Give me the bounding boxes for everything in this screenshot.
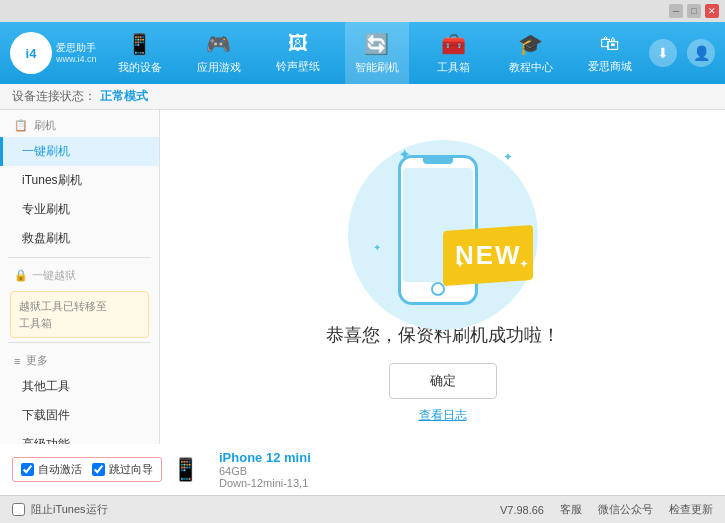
lock-icon: 🔒: [14, 269, 28, 282]
detail-link[interactable]: 查看日志: [419, 407, 467, 424]
check-update-link[interactable]: 检查更新: [669, 502, 713, 517]
sidebar-notice: 越狱工具已转移至 工具箱: [10, 291, 149, 338]
nav-item-apps-games[interactable]: 🎮 应用游戏: [187, 22, 251, 84]
sparkle1-icon: ✦: [398, 145, 411, 164]
more-icon: ≡: [14, 355, 20, 367]
status-label: 设备连接状态：: [12, 88, 96, 105]
status-bar: 设备连接状态： 正常模式: [0, 84, 725, 110]
title-bar: ─ □ ✕: [0, 0, 725, 22]
nav-icon-my-device: 📱: [127, 32, 152, 56]
wechat-link[interactable]: 微信公众号: [598, 502, 653, 517]
auto-activate-checkbox[interactable]: 自动激活: [21, 462, 82, 477]
sidebar-item-other-tools[interactable]: 其他工具: [0, 372, 159, 401]
locked-label: 一键越狱: [32, 268, 76, 283]
notice-text: 越狱工具已转移至 工具箱: [19, 300, 107, 329]
phone-illustration: ✦ ✦ ✦ NEW: [343, 130, 543, 303]
nav-items: 📱 我的设备 🎮 应用游戏 🖼 铃声壁纸 🔄 智能刷机 🧰 工具箱 🎓 教程中心…: [100, 22, 649, 84]
sidebar-item-advanced[interactable]: 高级功能: [0, 430, 159, 444]
sparkle2-icon: ✦: [503, 150, 513, 164]
section2-label: 更多: [26, 353, 48, 368]
nav-item-ifeng-store[interactable]: 🛍 爱思商城: [578, 22, 642, 84]
status-footer: 阻止iTunes运行 V7.98.66 客服 微信公众号 检查更新: [0, 495, 725, 523]
nav-right: ⬇ 👤: [649, 39, 715, 67]
nav-label-tutorial: 教程中心: [509, 60, 553, 75]
nav-label-my-device: 我的设备: [118, 60, 162, 75]
device-firmware: Down-12mini-13,1: [219, 477, 311, 489]
nav-label-toolbox: 工具箱: [437, 60, 470, 75]
main-content: ✦ ✦ ✦ NEW: [160, 110, 725, 444]
device-name: iPhone 12 mini: [219, 450, 311, 465]
nav-icon-wallpaper: 🖼: [288, 32, 308, 55]
device-info: iPhone 12 mini 64GB Down-12mini-13,1: [219, 450, 311, 489]
footer-left: 阻止iTunes运行: [12, 502, 108, 517]
nav-icon-smart-flash: 🔄: [364, 32, 389, 56]
rescue-flash-label: 救盘刷机: [22, 231, 70, 245]
nav-icon-tutorial: 🎓: [518, 32, 543, 56]
logo-symbol: i4: [26, 46, 37, 61]
support-link[interactable]: 客服: [560, 502, 582, 517]
nav-icon-apps-games: 🎮: [206, 32, 231, 56]
nav-label-ifeng-store: 爱思商城: [588, 59, 632, 74]
nav-icon-ifeng-store: 🛍: [600, 32, 620, 55]
device-storage: 64GB: [219, 465, 311, 477]
logo-icon: i4: [10, 32, 52, 74]
nav-label-wallpaper: 铃声壁纸: [276, 59, 320, 74]
device-bar: 自动激活 跳过向导 📱 iPhone 12 mini 64GB Down-12m…: [0, 444, 725, 495]
one-click-flash-label: 一键刷机: [22, 144, 70, 158]
user-button[interactable]: 👤: [687, 39, 715, 67]
content-area: 📋 刷机 一键刷机 iTunes刷机 专业刷机 救盘刷机 🔒: [0, 110, 725, 444]
ribbon-star1: ✦: [519, 257, 529, 271]
content-wrapper: 设备连接状态： 正常模式 📋 刷机 一键刷机 iTunes刷机 专业刷机: [0, 84, 725, 523]
nav-label-apps-games: 应用游戏: [197, 60, 241, 75]
sidebar-item-pro-flash[interactable]: 专业刷机: [0, 195, 159, 224]
auto-activate-label: 自动激活: [38, 462, 82, 477]
version-text: V7.98.66: [500, 504, 544, 516]
nav-item-wallpaper[interactable]: 🖼 铃声壁纸: [266, 22, 330, 84]
new-ribbon: NEW: [443, 225, 533, 286]
block-itunes-checkbox[interactable]: [12, 503, 25, 516]
sidebar-divider2: [8, 342, 151, 343]
sidebar-locked-jailbreak: 🔒 一键越狱: [0, 262, 159, 287]
confirm-button[interactable]: 确定: [389, 363, 497, 399]
itunes-status[interactable]: 阻止iTunes运行: [31, 502, 108, 517]
section1-label: 刷机: [34, 118, 56, 133]
nav-item-my-device[interactable]: 📱 我的设备: [108, 22, 172, 84]
skip-wizard-input[interactable]: [92, 463, 105, 476]
nav-icon-toolbox: 🧰: [441, 32, 466, 56]
nav-item-smart-flash[interactable]: 🔄 智能刷机: [345, 22, 409, 84]
sidebar-item-download-firmware[interactable]: 下载固件: [0, 401, 159, 430]
ribbon-star2: ✦: [455, 257, 465, 271]
app-window: i4 爱思助手 www.i4.cn 📱 我的设备 🎮 应用游戏 🖼 铃声壁纸 🔄…: [0, 22, 725, 523]
sidebar-section2-title: ≡ 更多: [0, 347, 159, 372]
logo-area: i4 爱思助手 www.i4.cn: [10, 32, 100, 74]
checkbox-group: 自动激活 跳过向导: [12, 457, 162, 482]
logo-text: 爱思助手 www.i4.cn: [56, 41, 97, 66]
download-firmware-label: 下载固件: [22, 408, 70, 422]
close-button[interactable]: ✕: [705, 4, 719, 18]
logo-name: 爱思助手: [56, 41, 97, 54]
sidebar: 📋 刷机 一键刷机 iTunes刷机 专业刷机 救盘刷机 🔒: [0, 110, 160, 444]
sparkle3-icon: ✦: [373, 242, 381, 253]
sidebar-item-rescue-flash[interactable]: 救盘刷机: [0, 224, 159, 253]
download-button[interactable]: ⬇: [649, 39, 677, 67]
device-icon: 📱: [172, 457, 199, 483]
sidebar-item-itunes-flash[interactable]: iTunes刷机: [0, 166, 159, 195]
advanced-label: 高级功能: [22, 437, 70, 444]
nav-item-toolbox[interactable]: 🧰 工具箱: [424, 22, 484, 84]
maximize-button[interactable]: □: [687, 4, 701, 18]
sidebar-divider1: [8, 257, 151, 258]
nav-label-smart-flash: 智能刷机: [355, 60, 399, 75]
minimize-button[interactable]: ─: [669, 4, 683, 18]
auto-activate-input[interactable]: [21, 463, 34, 476]
other-tools-label: 其他工具: [22, 379, 70, 393]
sidebar-section1-title: 📋 刷机: [0, 112, 159, 137]
status-value: 正常模式: [100, 88, 148, 105]
header: i4 爱思助手 www.i4.cn 📱 我的设备 🎮 应用游戏 🖼 铃声壁纸 🔄…: [0, 22, 725, 84]
skip-wizard-label: 跳过向导: [109, 462, 153, 477]
itunes-flash-label: iTunes刷机: [22, 173, 82, 187]
flash-icon: 📋: [14, 119, 28, 132]
skip-wizard-checkbox[interactable]: 跳过向导: [92, 462, 153, 477]
sidebar-item-one-click-flash[interactable]: 一键刷机: [0, 137, 159, 166]
nav-item-tutorial[interactable]: 🎓 教程中心: [499, 22, 563, 84]
logo-url: www.i4.cn: [56, 54, 97, 66]
